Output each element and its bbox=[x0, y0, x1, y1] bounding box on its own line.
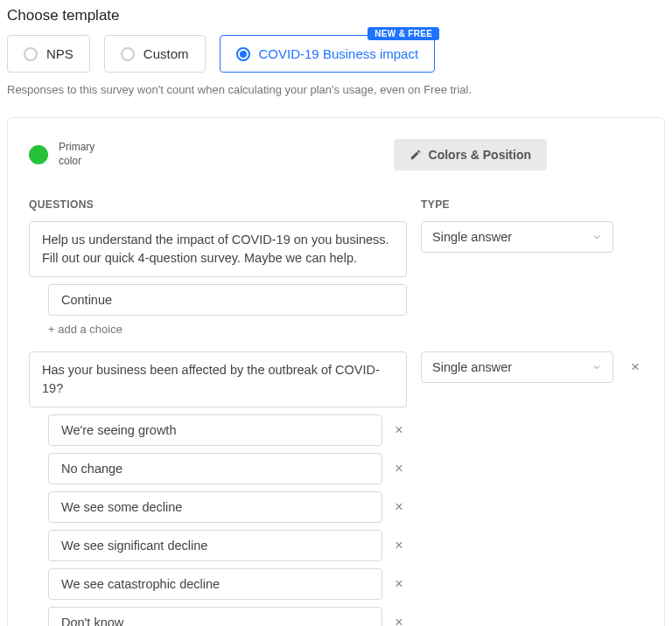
template-option-1[interactable]: Custom bbox=[104, 35, 206, 73]
new-free-badge: NEW & FREE bbox=[368, 27, 439, 40]
remove-choice-button[interactable]: × bbox=[391, 615, 407, 626]
question-type-select[interactable]: Single answer bbox=[421, 221, 613, 253]
template-label: Custom bbox=[144, 46, 189, 61]
choice-row: Don't know× bbox=[48, 607, 407, 626]
remove-question-button[interactable]: × bbox=[627, 351, 643, 376]
template-option-2[interactable]: COVID-19 Business impactNEW & FREE bbox=[220, 35, 436, 73]
chevron-down-icon bbox=[592, 362, 602, 372]
choice-input[interactable]: We see catastrophic decline bbox=[48, 568, 382, 600]
radio-icon bbox=[121, 47, 135, 61]
colors-position-button[interactable]: Colors & Position bbox=[394, 139, 547, 170]
choice-row: We're seeing growth× bbox=[48, 414, 407, 446]
question-type-select[interactable]: Single answer bbox=[421, 351, 613, 383]
survey-editor-card: Primary color Colors & Position QUESTION… bbox=[7, 117, 665, 626]
remove-choice-button[interactable]: × bbox=[391, 538, 407, 553]
card-header: Primary color Colors & Position bbox=[29, 139, 643, 170]
remove-choice-button[interactable]: × bbox=[391, 461, 407, 476]
pencil-icon bbox=[410, 149, 422, 161]
radio-icon bbox=[24, 47, 38, 61]
chevron-down-icon bbox=[592, 232, 602, 242]
choice-input[interactable]: We're seeing growth bbox=[48, 414, 382, 446]
template-label: NPS bbox=[46, 46, 74, 61]
choice-input[interactable]: We see significant decline bbox=[48, 530, 382, 561]
remove-choice-button[interactable]: × bbox=[391, 576, 407, 592]
column-headers: QUESTIONS TYPE bbox=[29, 198, 643, 221]
usage-note: Responses to this survey won't count whe… bbox=[7, 83, 665, 96]
add-choice-button[interactable]: + add a choice bbox=[48, 323, 407, 336]
choice-input[interactable]: No change bbox=[48, 453, 382, 484]
choice-input[interactable]: Don't know bbox=[48, 607, 382, 626]
colors-position-label: Colors & Position bbox=[429, 148, 531, 162]
primary-color-swatch[interactable] bbox=[29, 145, 48, 164]
type-select-label: Single answer bbox=[432, 360, 512, 374]
choice-row: Continue bbox=[48, 284, 407, 316]
primary-color-label: Primary color bbox=[59, 141, 102, 168]
radio-icon bbox=[236, 47, 250, 61]
question-block: Help us understand the impact of COVID-1… bbox=[29, 221, 643, 336]
question-block: Has your business been affected by the o… bbox=[29, 351, 643, 626]
type-header: TYPE bbox=[421, 198, 613, 211]
type-select-label: Single answer bbox=[432, 230, 512, 244]
template-picker: NPSCustomCOVID-19 Business impactNEW & F… bbox=[7, 35, 665, 73]
choice-row: We see catastrophic decline× bbox=[48, 568, 407, 600]
choice-input[interactable]: We see some decline bbox=[48, 491, 382, 523]
remove-choice-button[interactable]: × bbox=[391, 422, 407, 438]
page-title: Choose template bbox=[7, 7, 665, 24]
template-label: COVID-19 Business impact bbox=[259, 46, 419, 61]
questions-header: QUESTIONS bbox=[29, 198, 407, 211]
question-text-input[interactable]: Help us understand the impact of COVID-1… bbox=[29, 221, 407, 277]
question-text-input[interactable]: Has your business been affected by the o… bbox=[29, 351, 407, 407]
remove-choice-button[interactable]: × bbox=[391, 499, 407, 515]
choice-row: We see some decline× bbox=[48, 491, 407, 523]
choice-row: We see significant decline× bbox=[48, 530, 407, 561]
choice-input[interactable]: Continue bbox=[48, 284, 407, 316]
template-option-0[interactable]: NPS bbox=[7, 35, 90, 73]
choice-row: No change× bbox=[48, 453, 407, 484]
